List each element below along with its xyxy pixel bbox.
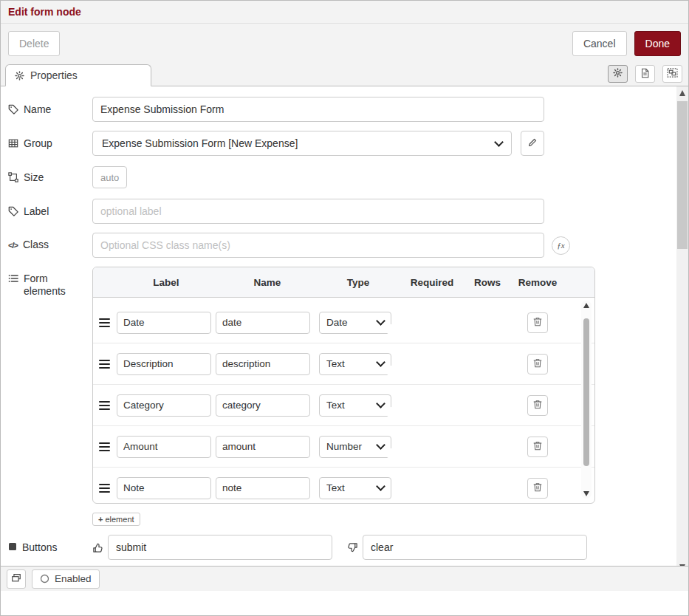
chevron-down-icon [376, 482, 385, 491]
name-row: Name [8, 97, 669, 122]
fx-icon: ƒx [557, 241, 564, 250]
label-label: Label [8, 205, 92, 218]
label-row: Label [8, 199, 669, 224]
circle-icon [40, 574, 49, 584]
node-enabled-toggle[interactable]: Enabled [32, 569, 100, 589]
plus-icon: + [98, 515, 103, 524]
table-row: Text [93, 468, 594, 503]
element-type-select[interactable]: Text [319, 477, 391, 499]
drag-handle-icon[interactable] [99, 360, 110, 369]
enabled-label: Enabled [55, 573, 92, 584]
remove-element-button[interactable] [527, 395, 548, 416]
node-info-button[interactable] [7, 569, 26, 589]
document-icon [640, 68, 650, 81]
element-label-input[interactable] [117, 394, 211, 417]
scroll-up-icon[interactable] [583, 303, 589, 308]
element-type-select[interactable]: Text [319, 394, 391, 417]
element-name-input[interactable] [216, 394, 310, 417]
trash-icon [532, 357, 543, 371]
add-element-container: + element [92, 513, 669, 526]
cancel-button[interactable]: Cancel [572, 31, 627, 56]
label-input[interactable] [92, 199, 544, 224]
buttons-label: Buttons [8, 541, 92, 554]
size-label: Size [8, 171, 92, 184]
column-header-name: Name [216, 277, 319, 288]
element-name-input[interactable] [216, 477, 310, 499]
object-group-icon [667, 68, 678, 80]
buttons-row: Buttons [8, 535, 669, 560]
add-element-button[interactable]: + element [92, 513, 140, 526]
name-label: Name [8, 103, 92, 116]
class-row: </> Class ƒx [8, 233, 669, 258]
form-elements-row: Form elements Label Name Type Required R… [8, 267, 669, 504]
dialog-scrollbar[interactable] [676, 86, 688, 574]
drag-handle-icon[interactable] [99, 318, 110, 327]
gear-icon [613, 68, 623, 80]
drag-handle-icon[interactable] [99, 401, 110, 410]
element-label-input[interactable] [117, 312, 211, 334]
class-helper-button[interactable]: ƒx [552, 236, 570, 255]
clear-button-label-input[interactable] [363, 535, 587, 560]
element-type-select[interactable]: Text [319, 353, 391, 375]
dialog-toolbar: Delete Cancel Done [1, 24, 688, 64]
group-label: Group [8, 137, 92, 150]
group-row: Group Expense Submission Form [New Expen… [8, 131, 669, 156]
element-type-select[interactable]: Date [319, 312, 391, 334]
form-elements-label: Form elements [8, 273, 92, 298]
drag-handle-icon[interactable] [99, 442, 110, 451]
properties-form: Name Group Expense S [1, 86, 688, 584]
element-label-input[interactable] [117, 477, 211, 499]
drag-handle-icon[interactable] [99, 484, 110, 493]
chevron-down-icon [376, 399, 385, 408]
table-scrollbar[interactable] [581, 301, 592, 499]
column-header-remove: Remove [508, 277, 567, 288]
trash-icon [532, 440, 543, 454]
element-name-input[interactable] [216, 353, 310, 375]
remove-element-button[interactable] [527, 354, 548, 374]
layers-icon [11, 572, 21, 585]
thumbs-down-icon [347, 542, 358, 553]
tag-icon [8, 206, 18, 216]
pencil-icon [527, 137, 538, 150]
remove-element-button[interactable] [527, 478, 548, 499]
column-header-label: Label [117, 277, 216, 288]
remove-element-button[interactable] [527, 312, 548, 333]
scrollbar-thumb[interactable] [583, 318, 589, 466]
tag-icon [8, 104, 18, 114]
table-row: Text [93, 385, 594, 426]
element-label-input[interactable] [117, 436, 211, 458]
element-label-input[interactable] [117, 353, 211, 375]
trash-icon [532, 482, 543, 495]
node-description-button[interactable] [635, 65, 655, 83]
scrollbar-thumb[interactable] [677, 101, 688, 249]
class-input[interactable] [92, 233, 544, 258]
element-name-input[interactable] [216, 312, 310, 334]
delete-button[interactable]: Delete [8, 31, 60, 56]
tab-properties[interactable]: Properties [5, 64, 151, 86]
edit-form-node-dialog: Edit form node Delete Cancel Done P [0, 0, 689, 616]
gear-icon [15, 71, 24, 81]
dialog-title: Edit form node [8, 6, 81, 18]
dialog-body: Name Group Expense S [1, 86, 688, 591]
element-type-select[interactable]: Number [319, 436, 391, 458]
edit-group-button[interactable] [521, 131, 544, 156]
list-icon [8, 273, 18, 284]
remove-element-button[interactable] [527, 437, 548, 457]
size-icon [8, 172, 18, 182]
size-auto-button[interactable]: auto [92, 166, 127, 188]
scroll-down-icon[interactable] [583, 491, 589, 496]
table-icon [8, 138, 18, 148]
scroll-up-icon[interactable] [679, 90, 685, 96]
element-name-input[interactable] [216, 436, 310, 458]
tab-properties-label: Properties [30, 69, 78, 81]
group-select[interactable]: Expense Submission Form [New Expense] [92, 131, 512, 156]
done-button[interactable]: Done [634, 31, 681, 56]
name-input[interactable] [92, 97, 544, 122]
node-settings-button[interactable] [608, 65, 628, 83]
node-appearance-button[interactable] [662, 65, 682, 83]
dialog-footer: Enabled [1, 566, 688, 591]
submit-button-label-input[interactable] [108, 535, 332, 560]
chevron-down-icon [376, 440, 385, 450]
square-icon [8, 542, 17, 551]
table-row: Number [93, 426, 594, 468]
